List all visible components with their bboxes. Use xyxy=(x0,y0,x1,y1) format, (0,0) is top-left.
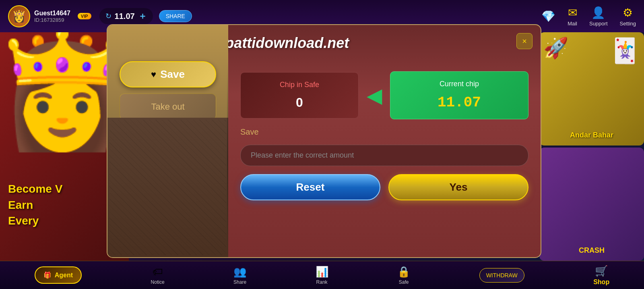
refresh-icon[interactable]: ↻ xyxy=(105,12,111,21)
leather-texture xyxy=(107,118,228,257)
topbar-mail[interactable]: ✉ Mail xyxy=(568,6,577,27)
share-label: SHARE xyxy=(166,13,185,19)
user-text: Guest14647 ID:16732859 xyxy=(34,10,70,23)
safe-nav-item[interactable]: 🔒 Safe xyxy=(397,266,410,285)
takeout-tab-label: Take out xyxy=(151,102,184,112)
support-label: Support xyxy=(589,21,608,27)
shop-icon: 🛒 xyxy=(595,265,608,277)
reset-button[interactable]: Reset xyxy=(240,174,380,200)
become-vip-text: Become V Earn Every xyxy=(8,181,62,229)
mail-label: Mail xyxy=(568,21,577,27)
share-nav-icon: 👥 xyxy=(233,266,246,278)
safe-modal: 🔒 SAFE teenpattidownload.net × ♥ Save Ta… xyxy=(107,24,541,258)
setting-icon: ⚙ xyxy=(623,6,633,19)
share-nav-label: Share xyxy=(233,279,246,285)
current-chip-value: 11.07 xyxy=(398,94,520,111)
safe-nav-label: Safe xyxy=(399,279,409,285)
yes-button[interactable]: Yes xyxy=(388,174,528,200)
buttons-row: Reset Yes xyxy=(240,174,528,200)
save-tab[interactable]: ♥ Save xyxy=(120,61,216,87)
chip-in-safe-box: Chip in Safe 0 xyxy=(240,72,359,119)
username: Guest14647 xyxy=(34,10,70,17)
rank-label: Rank xyxy=(316,279,328,285)
user-info: 👸 Guest14647 ID:16732859 VIP xyxy=(8,5,91,27)
chip-in-safe-label: Chip in Safe xyxy=(249,81,350,89)
modal-right-content: Chip in Safe 0 ◀ Current chip 11.07 Save… xyxy=(228,61,541,257)
share-button[interactable]: SHARE xyxy=(159,10,192,22)
bottom-nav: 🎁 Agent 🏷 Notice 👥 Share 📊 Rank 🔒 Safe W… xyxy=(0,261,644,289)
current-chip-box: Current chip 11.07 xyxy=(390,71,528,119)
share-nav-item[interactable]: 👥 Share xyxy=(233,266,246,285)
close-icon: × xyxy=(522,37,527,46)
topbar-support[interactable]: 👤 Support xyxy=(589,6,608,27)
add-chips-icon[interactable]: ＋ xyxy=(138,10,147,22)
close-button[interactable]: × xyxy=(516,33,533,49)
chip-value: 11.07 xyxy=(115,12,135,21)
avatar: 👸 xyxy=(8,5,30,27)
agent-icon: 🎁 xyxy=(43,271,52,279)
agent-button[interactable]: 🎁 Agent xyxy=(35,266,82,284)
diamond-icon: 💎 xyxy=(541,10,555,23)
topbar-setting[interactable]: ⚙ Setting xyxy=(620,6,636,27)
save-tab-label: Save xyxy=(160,68,185,81)
save-section-label: Save xyxy=(240,127,528,137)
agent-label: Agent xyxy=(55,272,73,279)
topbar-right: 💎 ✉ Mail 👤 Support ⚙ Setting xyxy=(541,6,636,27)
safe-nav-icon: 🔒 xyxy=(397,266,410,278)
topbar-diamond[interactable]: 💎 xyxy=(541,10,555,23)
notice-icon: 🏷 xyxy=(153,266,163,278)
andar-bahar-label: Andar Bahar xyxy=(570,131,613,139)
notice-nav-item[interactable]: 🏷 Notice xyxy=(151,266,165,285)
crash-label: CRASH xyxy=(579,246,605,255)
crash-card[interactable]: 🚀 CRASH xyxy=(539,148,644,261)
shop-nav-item[interactable]: 🛒 Shop xyxy=(593,265,609,286)
rank-icon: 📊 xyxy=(316,266,328,278)
withdraw-label: WITHDRAW xyxy=(486,272,518,279)
chip-in-safe-value: 0 xyxy=(249,95,350,110)
game-cards-right: 🃏 Andar Bahar 🚀 CRASH xyxy=(539,32,644,261)
vip-badge: VIP xyxy=(78,13,91,19)
current-chip-label: Current chip xyxy=(398,80,520,88)
shop-label: Shop xyxy=(593,279,609,286)
chip-info-row: Chip in Safe 0 ◀ Current chip 11.07 xyxy=(240,71,528,119)
mail-icon: ✉ xyxy=(568,6,577,19)
setting-label: Setting xyxy=(620,21,636,27)
chip-display: ↻ 11.07 ＋ xyxy=(99,8,153,24)
rank-nav-item[interactable]: 📊 Rank xyxy=(316,266,328,285)
modal-left-panel: ♥ Save Take out xyxy=(107,25,228,257)
amount-input[interactable] xyxy=(240,145,528,166)
support-icon: 👤 xyxy=(591,6,605,19)
notice-label: Notice xyxy=(151,279,165,285)
withdraw-button[interactable]: WITHDRAW xyxy=(479,268,524,283)
transfer-arrow-icon: ◀ xyxy=(367,84,382,107)
takeout-tab[interactable]: Take out xyxy=(120,94,216,120)
userid: ID:16732859 xyxy=(34,17,70,23)
heart-icon: ♥ xyxy=(151,69,156,80)
